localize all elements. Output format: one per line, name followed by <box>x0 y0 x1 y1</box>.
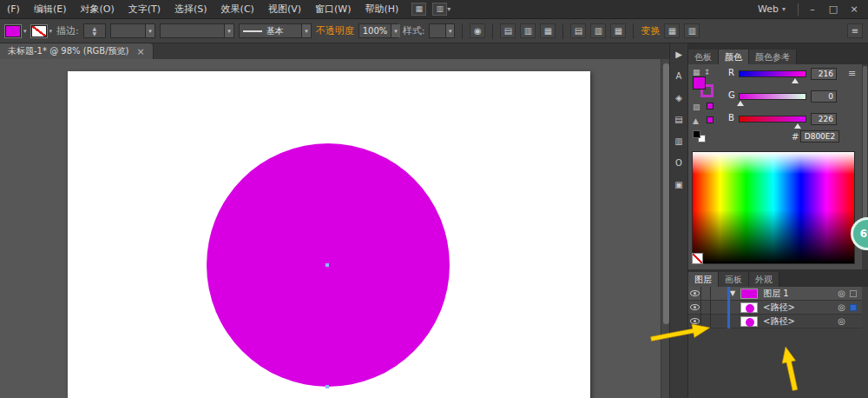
arrange-documents-arrow-icon[interactable]: ▾ <box>447 5 450 13</box>
blue-value-input[interactable]: 226 <box>811 113 837 125</box>
red-slider-thumb[interactable] <box>792 78 799 83</box>
tab-artboards[interactable]: 画板 <box>719 272 749 287</box>
menu-file[interactable]: (F) <box>0 0 27 19</box>
red-slider-track[interactable] <box>739 70 806 77</box>
close-button[interactable]: × <box>844 0 865 19</box>
arrange-documents-icon[interactable]: ▥ <box>432 3 447 16</box>
appearance-panel-icon[interactable]: ▤ <box>671 113 687 126</box>
layer-row-layer1[interactable]: ▼ 图层 1 ◎ <box>688 287 862 301</box>
isolate-object-icon[interactable]: ▦ <box>664 23 680 38</box>
red-value-input[interactable]: 216 <box>811 68 837 80</box>
menu-edit[interactable]: 编辑(E) <box>27 0 74 19</box>
document-tab[interactable]: 未标题-1* @ 98% (RGB/预览) × <box>0 43 154 59</box>
menu-window[interactable]: 窗口(W) <box>308 0 358 19</box>
visibility-cell[interactable] <box>688 301 701 315</box>
stroke-weight-stepper[interactable]: ▲▼ <box>83 23 106 38</box>
character-panel-icon[interactable]: A <box>671 70 687 83</box>
green-slider-thumb[interactable] <box>737 101 744 106</box>
layer-row-path1[interactable]: <路径> ◎ <box>688 301 862 315</box>
target-icon[interactable]: ◎ <box>838 289 845 298</box>
style-arrow-icon: ▾ <box>445 24 455 37</box>
tab-appearance[interactable]: 外观 <box>749 272 779 287</box>
restore-button[interactable]: □ <box>823 0 844 19</box>
path-thumbnail[interactable] <box>740 316 758 327</box>
tab-color[interactable]: 颜色 <box>719 50 749 64</box>
controlbar-divider <box>562 23 563 39</box>
align-middle-icon[interactable]: ▥ <box>590 23 606 38</box>
select-similar-icon[interactable]: ▥ <box>684 23 700 38</box>
fill-color-arrow-icon[interactable]: ▾ <box>23 28 27 35</box>
stroke-panel-icon[interactable]: O <box>671 156 687 169</box>
document-close-icon[interactable]: × <box>136 46 144 57</box>
variable-width-profile-dropdown[interactable]: 基本 ▾ <box>239 23 312 38</box>
align-top-icon[interactable]: ▤ <box>570 23 586 38</box>
tab-color-guide[interactable]: 颜色参考 <box>749 50 797 64</box>
menu-select[interactable]: 选择(S) <box>168 0 214 19</box>
target-icon[interactable]: ◎ <box>838 317 845 326</box>
layer-name[interactable]: 图层 1 <box>763 288 789 300</box>
controlbar-divider <box>462 23 463 39</box>
document-setup-icon[interactable]: ◉ <box>470 23 485 38</box>
fill-proxy-swatch[interactable] <box>693 76 706 90</box>
lock-cell[interactable] <box>701 301 711 315</box>
menu-type[interactable]: 文字(T) <box>122 0 168 19</box>
panel-scrollbar-thumb[interactable] <box>863 66 867 231</box>
transform-link[interactable]: 变换 <box>641 24 660 37</box>
tab-swatches[interactable]: 色板 <box>688 50 719 64</box>
tab-layers[interactable]: 图层 <box>688 272 719 287</box>
bridge-icon[interactable]: ▦ <box>411 3 426 16</box>
workspace-switcher[interactable]: Web ▾ <box>749 3 794 15</box>
layer-thumbnail[interactable] <box>740 289 758 299</box>
stroke-color-arrow-icon[interactable]: ▾ <box>49 28 53 35</box>
controlbar-divider <box>492 23 493 39</box>
blue-slider-thumb[interactable] <box>794 123 801 129</box>
symbols-panel-icon[interactable]: ▣ <box>671 178 687 191</box>
align-bottom-icon[interactable]: ▦ <box>610 23 626 38</box>
opacity-dropdown[interactable]: 100% ▾ <box>358 23 398 38</box>
selection-indicator[interactable] <box>850 290 857 297</box>
target-icon[interactable]: ◎ <box>838 303 845 312</box>
collapse-panels-icon[interactable]: ▶ <box>671 48 687 61</box>
bottom-anchor-point[interactable] <box>326 385 329 388</box>
align-right-icon[interactable]: ▦ <box>540 23 556 38</box>
expand-triangle-icon[interactable]: ▼ <box>730 289 735 297</box>
stroke-weight-dropdown[interactable]: ▾ <box>110 23 155 38</box>
lock-cell[interactable] <box>701 287 711 301</box>
eye-icon[interactable] <box>690 290 700 296</box>
black-swatch[interactable] <box>693 130 700 138</box>
color-spectrum-picker[interactable] <box>692 151 855 264</box>
align-left-icon[interactable]: ▤ <box>500 23 516 38</box>
minimize-button[interactable]: – <box>802 0 823 19</box>
green-value-input[interactable]: 0 <box>811 90 837 103</box>
hex-value-input[interactable]: D800E2 <box>800 130 839 143</box>
eye-icon[interactable] <box>690 318 700 324</box>
none-color-swatch[interactable] <box>692 253 703 264</box>
path-name[interactable]: <路径> <box>763 302 795 314</box>
selection-indicator[interactable] <box>850 304 857 311</box>
green-slider-track[interactable] <box>739 93 806 100</box>
canvas-area[interactable] <box>0 59 670 398</box>
style-dropdown[interactable]: ▾ <box>429 23 455 38</box>
align-center-icon[interactable]: ▥ <box>520 23 536 38</box>
menu-view[interactable]: 视图(V) <box>261 0 308 19</box>
opacity-link[interactable]: 不透明度 <box>316 24 354 37</box>
fill-color-swatch[interactable] <box>5 25 21 37</box>
lock-cell[interactable] <box>701 315 711 328</box>
canvas-scrollbar-thumb[interactable] <box>663 63 669 324</box>
graphic-styles-panel-icon[interactable]: ▥ <box>671 135 687 148</box>
visibility-cell[interactable] <box>688 315 701 328</box>
blue-slider-track[interactable] <box>739 116 806 123</box>
visibility-cell[interactable] <box>688 287 701 301</box>
menu-object[interactable]: 对象(O) <box>73 0 121 19</box>
path-thumbnail[interactable] <box>740 302 758 313</box>
menu-effect[interactable]: 效果(C) <box>214 0 261 19</box>
controlbar-menu-icon[interactable]: ≡ <box>847 23 863 38</box>
layer-row-path2[interactable]: <路径> ◎ <box>688 315 862 328</box>
menu-help[interactable]: 帮助(H) <box>358 0 405 19</box>
stroke-color-swatch[interactable] <box>31 25 47 37</box>
eye-icon[interactable] <box>690 304 700 310</box>
gradient-panel-icon[interactable]: ◈ <box>671 91 687 104</box>
path-name[interactable]: <路径> <box>763 315 795 328</box>
center-anchor-point[interactable] <box>326 263 329 267</box>
brush-definition-dropdown[interactable]: ▾ <box>160 23 234 38</box>
